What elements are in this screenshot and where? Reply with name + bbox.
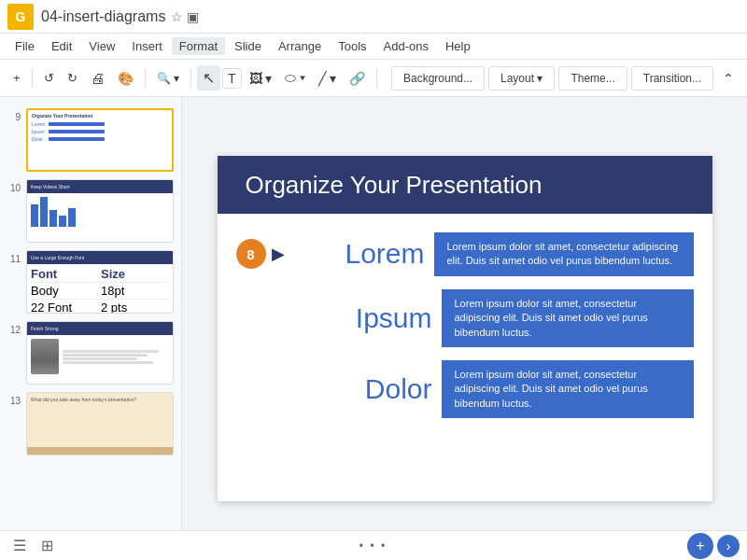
s10-header: Keep Videos Short: [27, 180, 173, 193]
collapse-toolbar-button[interactable]: ⌃: [717, 67, 740, 90]
menu-bar: File Edit View Insert Format Slide Arran…: [0, 34, 747, 60]
s9-bar-1: [49, 122, 105, 126]
toolbar-sep-2: [145, 69, 146, 88]
slide-title-text: Organize Your Presentation: [246, 171, 543, 200]
s13-text: What did you take away from today's pres…: [31, 397, 169, 403]
menu-file[interactable]: File: [7, 37, 42, 55]
expand-button[interactable]: ›: [717, 535, 740, 557]
slide-canvas: Organize Your Presentation 8 ▶ Lorem Lor…: [218, 156, 712, 501]
shapes-button[interactable]: ⬭ ▾: [279, 66, 311, 90]
link-button[interactable]: 🔗: [344, 67, 371, 90]
star-icon[interactable]: ☆: [171, 9, 183, 24]
slide-number-11: 11: [7, 254, 21, 264]
slide-number-10: 10: [7, 183, 21, 193]
slide-number-9: 9: [7, 112, 21, 122]
transition-button[interactable]: Transition...: [631, 66, 713, 91]
s10-body: [27, 193, 173, 231]
folder-icon[interactable]: ▣: [187, 9, 199, 24]
toolbar-sep-4: [376, 69, 377, 88]
s9-bar-2: [49, 130, 105, 133]
s9-header: Organize Your Presentation: [28, 110, 172, 120]
print-button[interactable]: 🖨: [85, 66, 110, 90]
slide-thumb-11: Use a Large Enough Font FontSize Body18p…: [26, 250, 174, 314]
s10-bar-4: [59, 216, 66, 227]
badge-circle: 8: [236, 239, 266, 269]
doc-title[interactable]: 04-insert-diagrams: [41, 8, 165, 25]
bottom-center: • • •: [359, 539, 387, 553]
s10-bar-3: [49, 210, 57, 227]
s9-bar-3: [49, 137, 105, 141]
s9-row-3: Dolor: [28, 135, 172, 143]
theme-button[interactable]: Theme...: [558, 66, 627, 91]
undo-button[interactable]: ↺: [38, 67, 60, 89]
layout-button[interactable]: Layout ▾: [488, 66, 555, 91]
main-area: 9 Organize Your Presentation Lorem Ipsum…: [0, 97, 747, 560]
s10-bar-5: [68, 208, 76, 227]
textbox-button[interactable]: T: [222, 68, 242, 89]
menu-addons[interactable]: Add-ons: [376, 37, 436, 55]
slide-row-3: Dolor Lorem ipsum dolor sit amet, consec…: [236, 360, 694, 418]
line-button[interactable]: ╱ ▾: [313, 67, 342, 90]
s10-bar-2: [40, 197, 48, 227]
row-content-3: Lorem ipsum dolor sit amet, consectetur …: [442, 360, 694, 418]
redo-button[interactable]: ↻: [62, 67, 83, 89]
badge-arrow: ▶: [272, 244, 285, 264]
slide-rows: 8 ▶ Lorem Lorem ipsum dolor sit amet, co…: [218, 214, 712, 437]
paint-format-button[interactable]: 🎨: [112, 67, 139, 90]
bottom-right: + ›: [687, 533, 740, 559]
s11-body: FontSize Body18pt 22 Font2 pts: [27, 264, 173, 314]
menu-edit[interactable]: Edit: [44, 37, 79, 55]
row-content-1: Lorem ipsum dolor sit amet, consectetur …: [434, 232, 694, 276]
slide-item-10[interactable]: 10 Keep Videos Short: [0, 175, 181, 246]
grid-view-button[interactable]: ⊞: [35, 534, 59, 557]
slide-number-12: 12: [7, 325, 21, 335]
app-icon-label: G: [16, 9, 26, 24]
list-view-button[interactable]: ☰: [7, 534, 32, 557]
menu-help[interactable]: Help: [438, 37, 478, 55]
s12-header: Finish Strong: [27, 322, 173, 335]
slide-row-2: Ipsum Lorem ipsum dolor sit amet, consec…: [236, 289, 694, 347]
slide-item-9[interactable]: 9 Organize Your Presentation Lorem Ipsum…: [0, 105, 181, 175]
slide-thumb-12: Finish Strong: [26, 321, 174, 385]
menu-insert[interactable]: Insert: [124, 37, 170, 55]
toolbar-right: Background... Layout ▾ Theme... Transiti…: [391, 66, 740, 91]
menu-arrange[interactable]: Arrange: [271, 37, 329, 55]
slide-number-13: 13: [7, 396, 21, 406]
toolbar: + ↺ ↻ 🖨 🎨 🔍 ▾ ↖ T 🖼 ▾ ⬭ ▾ ╱ ▾ 🔗 Backgrou…: [0, 60, 747, 97]
slide-item-11[interactable]: 11 Use a Large Enough Font FontSize Body…: [0, 246, 181, 317]
add-button[interactable]: +: [7, 67, 26, 89]
slide-thumb-13: What did you take away from today's pres…: [26, 392, 174, 455]
image-button[interactable]: 🖼 ▾: [244, 67, 278, 90]
row-content-2: Lorem ipsum dolor sit amet, consectetur …: [442, 289, 694, 347]
row-label-2: Ipsum: [302, 302, 432, 334]
add-slide-button[interactable]: +: [687, 533, 713, 559]
background-button[interactable]: Background...: [391, 66, 485, 91]
row-label-1: Lorem: [294, 238, 425, 270]
s12-person-image: [31, 339, 59, 374]
slide-panel: 9 Organize Your Presentation Lorem Ipsum…: [0, 97, 182, 560]
toolbar-sep-3: [190, 69, 191, 88]
nav-dots: • • •: [359, 539, 387, 553]
select-tool-button[interactable]: ↖: [197, 65, 220, 91]
s9-row-2: Ipsum: [28, 128, 172, 135]
slide-item-12[interactable]: 12 Finish Strong: [0, 317, 181, 388]
slide-thumb-10: Keep Videos Short: [26, 179, 174, 243]
menu-view[interactable]: View: [81, 37, 122, 55]
canvas-area: Organize Your Presentation 8 ▶ Lorem Lor…: [182, 97, 747, 560]
badge-number: 8: [247, 246, 254, 262]
bottom-bar: ☰ ⊞ • • • + ›: [0, 530, 747, 560]
s10-bar-1: [31, 204, 38, 227]
slide-row-1: 8 ▶ Lorem Lorem ipsum dolor sit amet, co…: [236, 232, 694, 276]
s11-header: Use a Large Enough Font: [27, 251, 173, 264]
app-icon: G: [7, 4, 34, 30]
menu-tools[interactable]: Tools: [331, 37, 374, 55]
slide-thumb-9: Organize Your Presentation Lorem Ipsum D…: [26, 108, 174, 172]
s12-body: [27, 335, 173, 378]
row-label-3: Dolor: [302, 373, 432, 405]
menu-format[interactable]: Format: [172, 37, 225, 55]
menu-slide[interactable]: Slide: [227, 37, 269, 55]
zoom-button[interactable]: 🔍 ▾: [151, 68, 185, 89]
toolbar-sep-1: [32, 69, 33, 88]
slide-item-13[interactable]: 13 What did you take away from today's p…: [0, 388, 181, 459]
s9-row-1: Lorem: [28, 120, 172, 128]
